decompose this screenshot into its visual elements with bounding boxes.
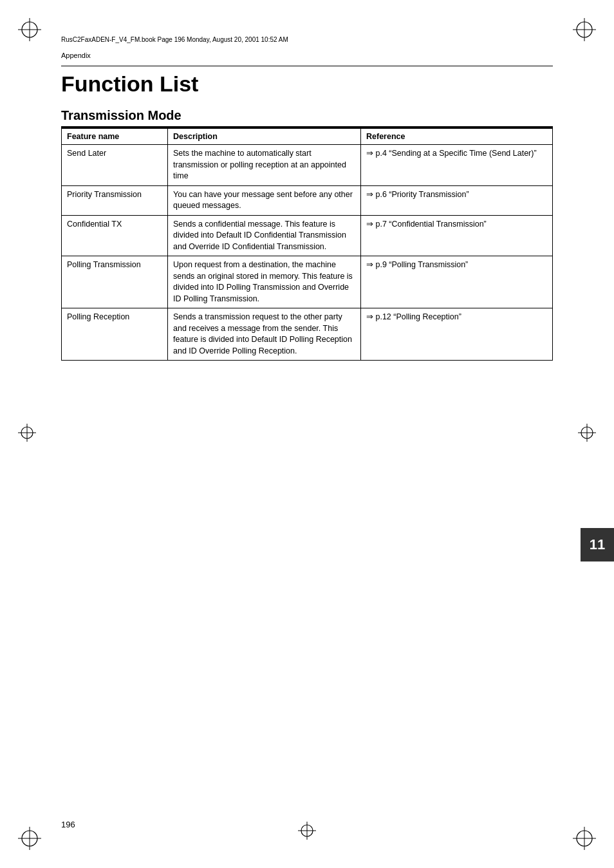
page-number: 196 <box>61 820 75 829</box>
feature-name: Priority Transmission <box>62 185 168 215</box>
table-row: Send Later Sets the machine to automatic… <box>62 145 553 186</box>
content-area: Appendix Function List Transmission Mode… <box>61 52 553 361</box>
header-feature: Feature name <box>62 129 168 145</box>
feature-name: Confidential TX <box>62 215 168 256</box>
feature-reference: ⇒ p.4 “Sending at a Specific Time (Send … <box>361 145 553 186</box>
header-reference: Reference <box>361 129 553 145</box>
header-description: Description <box>168 129 361 145</box>
corner-mark-tl <box>18 18 41 41</box>
page-title: Function List <box>61 71 553 97</box>
feature-description: Upon request from a destination, the mac… <box>168 256 361 308</box>
section-title: Transmission Mode <box>61 108 553 128</box>
feature-reference: ⇒ p.12 “Polling Reception” <box>361 308 553 361</box>
table-row: Priority Transmission You can have your … <box>62 185 553 215</box>
chapter-tab: 11 <box>581 528 614 561</box>
corner-mark-tr <box>573 18 596 41</box>
breadcrumb: Appendix <box>61 52 553 59</box>
right-center-mark <box>578 424 596 444</box>
feature-reference: ⇒ p.9 “Polling Transmission” <box>361 256 553 308</box>
table-row: Polling Reception Sends a transmission r… <box>62 308 553 361</box>
center-bottom-mark <box>298 822 316 842</box>
feature-description: Sends a transmission request to the othe… <box>168 308 361 361</box>
corner-mark-bl <box>18 827 41 850</box>
table-row: Confidential TX Sends a confidential mes… <box>62 215 553 256</box>
table-header-row: Feature name Description Reference <box>62 129 553 145</box>
page-container: RusC2FaxADEN-F_V4_FM.book Page 196 Monda… <box>0 0 614 868</box>
feature-description: You can have your message sent before an… <box>168 185 361 215</box>
file-info: RusC2FaxADEN-F_V4_FM.book Page 196 Monda… <box>61 36 288 43</box>
feature-name: Polling Transmission <box>62 256 168 308</box>
corner-mark-br <box>573 827 596 850</box>
feature-reference: ⇒ p.7 “Confidential Transmission” <box>361 215 553 256</box>
feature-description: Sends a confidential message. This featu… <box>168 215 361 256</box>
feature-table: Feature name Description Reference Send … <box>61 128 553 361</box>
left-center-mark <box>18 424 36 444</box>
feature-description: Sets the machine to automatically start … <box>168 145 361 186</box>
feature-name: Polling Reception <box>62 308 168 361</box>
table-row: Polling Transmission Upon request from a… <box>62 256 553 308</box>
top-rule <box>61 66 553 66</box>
feature-name: Send Later <box>62 145 168 186</box>
feature-reference: ⇒ p.6 “Priority Transmission” <box>361 185 553 215</box>
